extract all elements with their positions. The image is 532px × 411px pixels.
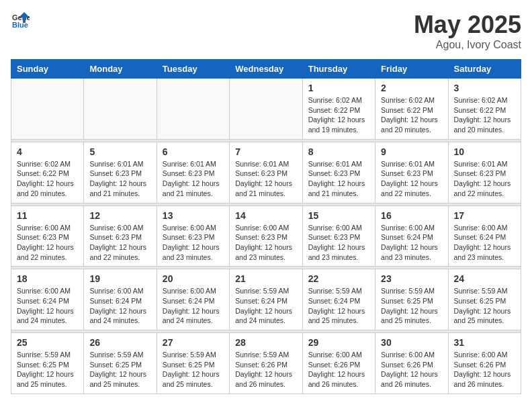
calendar-cell <box>157 79 229 140</box>
day-number: 24 <box>454 273 515 284</box>
day-number: 9 <box>381 146 442 157</box>
day-number: 15 <box>308 210 369 221</box>
calendar-header-thursday: Thursday <box>302 60 375 79</box>
day-number: 1 <box>308 83 369 93</box>
day-info: Sunrise: 6:00 AM Sunset: 6:24 PM Dayligh… <box>89 286 150 326</box>
calendar-cell: 7Sunrise: 6:01 AM Sunset: 6:23 PM Daylig… <box>230 142 302 203</box>
day-info: Sunrise: 6:00 AM Sunset: 6:23 PM Dayligh… <box>89 223 150 263</box>
day-info: Sunrise: 5:59 AM Sunset: 6:25 PM Dayligh… <box>163 350 224 390</box>
calendar-cell: 10Sunrise: 6:01 AM Sunset: 6:23 PM Dayli… <box>448 142 521 203</box>
calendar-header-saturday: Saturday <box>448 60 521 79</box>
day-number: 23 <box>381 273 442 284</box>
day-number: 31 <box>454 337 515 348</box>
day-info: Sunrise: 5:59 AM Sunset: 6:26 PM Dayligh… <box>235 350 296 390</box>
day-info: Sunrise: 5:59 AM Sunset: 6:24 PM Dayligh… <box>235 286 296 326</box>
day-number: 21 <box>235 273 296 284</box>
calendar-cell: 24Sunrise: 5:59 AM Sunset: 6:25 PM Dayli… <box>448 269 521 330</box>
day-info: Sunrise: 5:59 AM Sunset: 6:25 PM Dayligh… <box>381 286 442 326</box>
calendar-cell <box>84 79 157 140</box>
day-info: Sunrise: 6:01 AM Sunset: 6:23 PM Dayligh… <box>235 159 296 199</box>
svg-text:Blue: Blue <box>12 21 28 29</box>
calendar-header-row: SundayMondayTuesdayWednesdayThursdayFrid… <box>11 60 521 79</box>
calendar-cell: 5Sunrise: 6:01 AM Sunset: 6:23 PM Daylig… <box>84 142 157 203</box>
day-number: 17 <box>454 210 515 221</box>
calendar-cell: 26Sunrise: 5:59 AM Sunset: 6:25 PM Dayli… <box>84 333 157 394</box>
day-info: Sunrise: 6:01 AM Sunset: 6:23 PM Dayligh… <box>163 159 224 199</box>
calendar-cell: 14Sunrise: 6:00 AM Sunset: 6:23 PM Dayli… <box>230 205 302 267</box>
calendar-cell: 15Sunrise: 6:00 AM Sunset: 6:23 PM Dayli… <box>302 205 375 267</box>
calendar-header-monday: Monday <box>84 60 157 79</box>
calendar-cell: 29Sunrise: 6:00 AM Sunset: 6:26 PM Dayli… <box>302 333 375 394</box>
calendar-cell: 6Sunrise: 6:01 AM Sunset: 6:23 PM Daylig… <box>157 142 229 203</box>
calendar-week-row: 11Sunrise: 6:00 AM Sunset: 6:23 PM Dayli… <box>11 205 521 267</box>
calendar-cell: 2Sunrise: 6:02 AM Sunset: 6:22 PM Daylig… <box>375 79 448 140</box>
calendar-cell <box>11 79 84 140</box>
calendar-cell <box>230 79 302 140</box>
calendar-cell: 23Sunrise: 5:59 AM Sunset: 6:25 PM Dayli… <box>375 269 448 330</box>
calendar-cell: 18Sunrise: 6:00 AM Sunset: 6:24 PM Dayli… <box>11 269 84 330</box>
day-number: 27 <box>163 337 224 348</box>
day-number: 4 <box>17 146 78 157</box>
page-header: General Blue May 2025 Agou, Ivory Coast <box>11 11 521 51</box>
day-info: Sunrise: 6:01 AM Sunset: 6:23 PM Dayligh… <box>308 159 369 199</box>
calendar-header-friday: Friday <box>375 60 448 79</box>
calendar-cell: 8Sunrise: 6:01 AM Sunset: 6:23 PM Daylig… <box>302 142 375 203</box>
calendar-cell: 12Sunrise: 6:00 AM Sunset: 6:23 PM Dayli… <box>84 205 157 267</box>
day-number: 18 <box>17 273 78 284</box>
day-info: Sunrise: 6:02 AM Sunset: 6:22 PM Dayligh… <box>17 159 78 199</box>
calendar-cell: 27Sunrise: 5:59 AM Sunset: 6:25 PM Dayli… <box>157 333 229 394</box>
calendar-cell: 3Sunrise: 6:02 AM Sunset: 6:22 PM Daylig… <box>448 79 521 140</box>
day-number: 25 <box>17 337 78 348</box>
day-number: 3 <box>454 83 515 93</box>
day-number: 5 <box>89 146 150 157</box>
day-info: Sunrise: 6:00 AM Sunset: 6:23 PM Dayligh… <box>235 223 296 263</box>
day-number: 28 <box>235 337 296 348</box>
calendar-header-tuesday: Tuesday <box>157 60 229 79</box>
calendar-cell: 31Sunrise: 6:00 AM Sunset: 6:26 PM Dayli… <box>448 333 521 394</box>
day-info: Sunrise: 5:59 AM Sunset: 6:25 PM Dayligh… <box>454 286 515 326</box>
calendar-cell: 13Sunrise: 6:00 AM Sunset: 6:23 PM Dayli… <box>157 205 229 267</box>
calendar-week-row: 25Sunrise: 5:59 AM Sunset: 6:25 PM Dayli… <box>11 333 521 394</box>
calendar-cell: 9Sunrise: 6:01 AM Sunset: 6:23 PM Daylig… <box>375 142 448 203</box>
day-number: 13 <box>163 210 224 221</box>
calendar-week-row: 1Sunrise: 6:02 AM Sunset: 6:22 PM Daylig… <box>11 79 521 140</box>
logo: General Blue <box>11 11 30 30</box>
day-number: 22 <box>308 273 369 284</box>
calendar-cell: 20Sunrise: 6:00 AM Sunset: 6:24 PM Dayli… <box>157 269 229 330</box>
day-info: Sunrise: 6:02 AM Sunset: 6:22 PM Dayligh… <box>381 95 442 135</box>
calendar-cell: 21Sunrise: 5:59 AM Sunset: 6:24 PM Dayli… <box>230 269 302 330</box>
day-info: Sunrise: 6:01 AM Sunset: 6:23 PM Dayligh… <box>454 159 515 199</box>
day-number: 26 <box>89 337 150 348</box>
logo-icon: General Blue <box>11 11 30 30</box>
day-info: Sunrise: 5:59 AM Sunset: 6:25 PM Dayligh… <box>17 350 78 390</box>
day-info: Sunrise: 6:00 AM Sunset: 6:23 PM Dayligh… <box>17 223 78 263</box>
day-number: 14 <box>235 210 296 221</box>
calendar-title: May 2025 <box>414 11 521 39</box>
calendar-cell: 1Sunrise: 6:02 AM Sunset: 6:22 PM Daylig… <box>302 79 375 140</box>
calendar-cell: 30Sunrise: 6:00 AM Sunset: 6:26 PM Dayli… <box>375 333 448 394</box>
day-number: 2 <box>381 83 442 93</box>
day-info: Sunrise: 6:02 AM Sunset: 6:22 PM Dayligh… <box>308 95 369 135</box>
calendar-week-row: 18Sunrise: 6:00 AM Sunset: 6:24 PM Dayli… <box>11 269 521 330</box>
day-info: Sunrise: 5:59 AM Sunset: 6:24 PM Dayligh… <box>308 286 369 326</box>
title-block: May 2025 Agou, Ivory Coast <box>414 11 521 51</box>
calendar-cell: 16Sunrise: 6:00 AM Sunset: 6:24 PM Dayli… <box>375 205 448 267</box>
calendar-cell: 19Sunrise: 6:00 AM Sunset: 6:24 PM Dayli… <box>84 269 157 330</box>
calendar-table: SundayMondayTuesdayWednesdayThursdayFrid… <box>11 59 521 394</box>
day-number: 16 <box>381 210 442 221</box>
day-info: Sunrise: 6:00 AM Sunset: 6:26 PM Dayligh… <box>308 350 369 390</box>
day-info: Sunrise: 6:00 AM Sunset: 6:23 PM Dayligh… <box>308 223 369 263</box>
day-info: Sunrise: 6:00 AM Sunset: 6:24 PM Dayligh… <box>381 223 442 263</box>
day-info: Sunrise: 6:02 AM Sunset: 6:22 PM Dayligh… <box>454 95 515 135</box>
day-number: 29 <box>308 337 369 348</box>
day-info: Sunrise: 6:00 AM Sunset: 6:24 PM Dayligh… <box>163 286 224 326</box>
calendar-header-sunday: Sunday <box>11 60 84 79</box>
day-info: Sunrise: 6:00 AM Sunset: 6:24 PM Dayligh… <box>17 286 78 326</box>
day-number: 30 <box>381 337 442 348</box>
calendar-cell: 28Sunrise: 5:59 AM Sunset: 6:26 PM Dayli… <box>230 333 302 394</box>
day-number: 7 <box>235 146 296 157</box>
day-info: Sunrise: 5:59 AM Sunset: 6:25 PM Dayligh… <box>89 350 150 390</box>
calendar-header-wednesday: Wednesday <box>230 60 302 79</box>
calendar-cell: 22Sunrise: 5:59 AM Sunset: 6:24 PM Dayli… <box>302 269 375 330</box>
day-number: 6 <box>163 146 224 157</box>
